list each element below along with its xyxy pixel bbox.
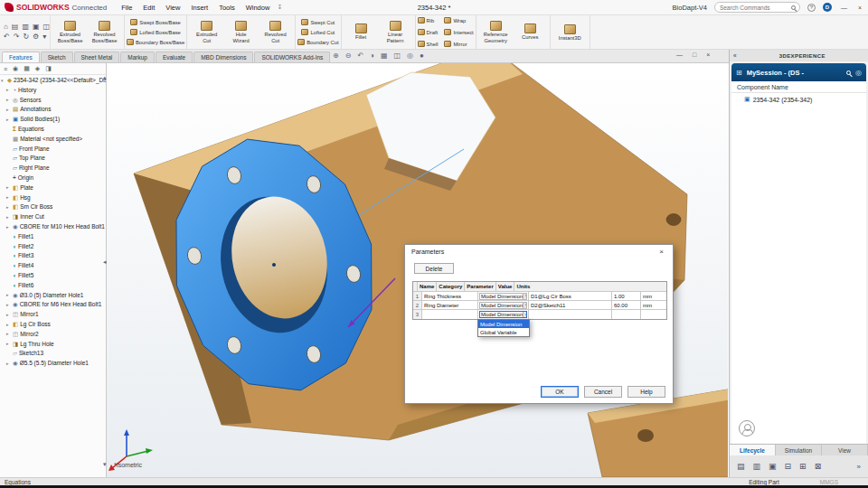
menu-item[interactable]: Edit bbox=[137, 4, 160, 12]
tree-item[interactable]: ▸ CBORE for M6 Hex Head Bolt1 bbox=[0, 300, 106, 310]
command-tab[interactable]: MBD Dimensions bbox=[193, 52, 253, 62]
panel-collapse-icon[interactable]: « bbox=[733, 52, 737, 59]
display-style-icon[interactable]: ◫ bbox=[394, 52, 401, 60]
tree-item[interactable]: ▸ Fillet2 bbox=[0, 241, 106, 251]
compass-icon[interactable]: ⊞ bbox=[736, 69, 742, 77]
tree-scroll-down-arrow[interactable]: ▾ bbox=[103, 461, 107, 468]
close-window-icon[interactable]: × bbox=[856, 5, 863, 11]
options-gear-icon[interactable]: ⚙ bbox=[33, 33, 39, 41]
command-tab[interactable]: Sketch bbox=[41, 52, 73, 62]
user-avatar[interactable]: D bbox=[823, 3, 832, 12]
expand-arrow-icon[interactable]: ▸ bbox=[6, 322, 11, 327]
clipboard-icon[interactable]: ▥ bbox=[753, 462, 761, 471]
configurationmanager-tab-icon[interactable]: ▦ bbox=[24, 65, 30, 72]
dropdown-option[interactable]: Global Variable bbox=[478, 328, 529, 336]
instant3d-button[interactable]: Instant3D bbox=[553, 16, 587, 49]
category-cell[interactable]: Model Dimension ▼ bbox=[478, 310, 529, 319]
help-button[interactable]: Help bbox=[627, 386, 665, 398]
ribbon-small-button[interactable]: Boundary Boss/Base bbox=[127, 38, 184, 46]
rebuild-icon[interactable]: ↻ bbox=[23, 33, 29, 41]
ribbon-big-button[interactable]: Fillet bbox=[344, 16, 378, 49]
ribbon-small-button[interactable]: Shell bbox=[418, 40, 439, 48]
command-tab[interactable]: Markup bbox=[120, 52, 155, 62]
table-row[interactable]: 2 Ring Diameter Model Dimension ▼ D2@Ske… bbox=[413, 301, 666, 310]
print-icon[interactable]: ◫ bbox=[43, 23, 51, 31]
tree-item[interactable]: ▸ CBORE for M10 Hex Head Bolt1 bbox=[0, 221, 106, 231]
component-item[interactable]: ▣ 2354-342 (2354-342) bbox=[731, 93, 866, 106]
tree-item[interactable]: ▸ Lg Cir Boss bbox=[0, 319, 106, 329]
ribbon-small-button[interactable]: Swept Boss/Base bbox=[130, 18, 180, 26]
open-icon[interactable]: ▥ bbox=[22, 23, 29, 31]
ribbon-big-button[interactable]: Linear Pattern bbox=[379, 16, 412, 49]
tree-item[interactable]: ▸ Mirror2 bbox=[0, 329, 106, 339]
panel-collapse-arrow[interactable]: ◂ bbox=[103, 258, 107, 266]
category-combo[interactable]: Model Dimension ▼ bbox=[479, 302, 527, 309]
tree-item[interactable]: ▸ Fillet5 bbox=[0, 270, 106, 280]
tree-item[interactable]: ▸ Annotations bbox=[0, 105, 106, 115]
expand-arrow-icon[interactable]: ▸ bbox=[6, 107, 11, 112]
assistant-avatar-icon[interactable] bbox=[739, 420, 755, 436]
expand-arrow-icon[interactable]: ▸ bbox=[6, 117, 11, 122]
cancel-button[interactable]: Cancel bbox=[584, 386, 622, 398]
export-icon[interactable]: ⊟ bbox=[785, 462, 792, 471]
ribbon-small-button[interactable]: Lofted Cut bbox=[301, 28, 335, 36]
tools-icon[interactable]: ⊠ bbox=[815, 462, 822, 471]
tree-item[interactable]: ▸ Fillet4 bbox=[0, 260, 106, 270]
menu-item[interactable]: File bbox=[116, 4, 137, 12]
minimize-window-icon[interactable]: — bbox=[839, 5, 849, 11]
home-icon[interactable]: ⌂ bbox=[4, 23, 8, 31]
parameter-cell[interactable] bbox=[529, 310, 612, 319]
name-cell[interactable]: Ring Diameter bbox=[422, 301, 478, 309]
tree-item[interactable]: ▸ Lg Thru Hole bbox=[0, 339, 106, 349]
session-menu-icon[interactable]: ◎ bbox=[855, 69, 862, 77]
save-to-platform-icon[interactable]: ▣ bbox=[769, 462, 777, 471]
tree-item[interactable]: ▸ Plate bbox=[0, 183, 106, 192]
command-search-box[interactable] bbox=[714, 2, 800, 13]
search-input[interactable] bbox=[720, 5, 788, 11]
tree-item[interactable]: ▸ Inner Cut bbox=[0, 211, 106, 221]
command-tab[interactable]: Evaluate bbox=[156, 52, 193, 62]
value-cell[interactable] bbox=[612, 310, 641, 319]
session-tab[interactable]: View bbox=[822, 445, 868, 455]
session-tab[interactable]: Simulation bbox=[776, 445, 822, 455]
expand-arrow-icon[interactable]: ▸ bbox=[6, 214, 11, 220]
ribbon-small-button[interactable]: Wrap bbox=[444, 16, 473, 24]
tree-item[interactable]: ▸ Sensors bbox=[0, 95, 106, 105]
share-icon[interactable]: ⊞ bbox=[799, 462, 807, 471]
session-tab[interactable]: Lifecycle bbox=[730, 445, 776, 455]
tree-item[interactable]: ▸ Sm Cir Boss bbox=[0, 202, 106, 212]
undo-icon[interactable]: ↶ bbox=[4, 33, 10, 41]
zoom-fit-icon[interactable]: ⊕ bbox=[333, 52, 339, 60]
redo-icon[interactable]: ↷ bbox=[14, 33, 20, 41]
tree-item[interactable]: ▸ Equations bbox=[0, 124, 106, 134]
feature-tree-root[interactable]: ▾ 2354-342 (2354-342<<Default>_Display bbox=[0, 75, 106, 85]
tree-item[interactable]: ▸ Right Plane bbox=[0, 163, 106, 173]
expand-arrow-icon[interactable]: ▸ bbox=[6, 224, 11, 230]
ribbon-big-button[interactable]: Reference Geometry bbox=[479, 16, 513, 49]
parameter-cell[interactable]: D2@Sketch11 bbox=[529, 301, 612, 309]
dropdown-arrow-icon[interactable]: ▾ bbox=[42, 33, 46, 41]
ribbon-big-button[interactable]: Revolved Cut bbox=[259, 16, 292, 49]
menu-item[interactable]: Tools bbox=[213, 4, 241, 12]
close-document-icon[interactable]: × bbox=[706, 52, 710, 58]
units-cell[interactable]: mm bbox=[641, 301, 666, 309]
tree-item[interactable]: ▸ Fillet3 bbox=[0, 251, 106, 261]
command-tab[interactable]: Features bbox=[2, 52, 40, 62]
expand-arrow-icon[interactable]: ▸ bbox=[6, 331, 11, 336]
restore-document-icon[interactable]: □ bbox=[693, 52, 696, 58]
category-combo[interactable]: Model Dimension ▼ bbox=[479, 311, 527, 318]
parameter-cell[interactable]: D1@Lg Cir Boss bbox=[529, 292, 612, 300]
content-icon[interactable]: ▤ bbox=[737, 462, 745, 471]
units-cell[interactable]: mm bbox=[641, 292, 666, 300]
dimxpertmanager-tab-icon[interactable]: ◈ bbox=[35, 65, 40, 72]
displaymanager-tab-icon[interactable]: ◨ bbox=[45, 65, 52, 72]
tree-item[interactable]: ▸ Fillet1 bbox=[0, 231, 106, 241]
tree-item[interactable]: ▸ Ø5.5 (5.5) Diameter Hole1 bbox=[0, 358, 106, 368]
expand-arrow-icon[interactable]: ▸ bbox=[6, 184, 11, 190]
expand-arrow-icon[interactable]: ▾ bbox=[1, 78, 5, 83]
ok-button[interactable]: OK bbox=[541, 386, 579, 398]
menu-item[interactable]: Window bbox=[241, 4, 276, 12]
previous-view-icon[interactable]: ↶ bbox=[357, 52, 363, 60]
expand-arrow-icon[interactable]: ▸ bbox=[6, 87, 11, 92]
dialog-close-icon[interactable]: × bbox=[656, 248, 666, 256]
